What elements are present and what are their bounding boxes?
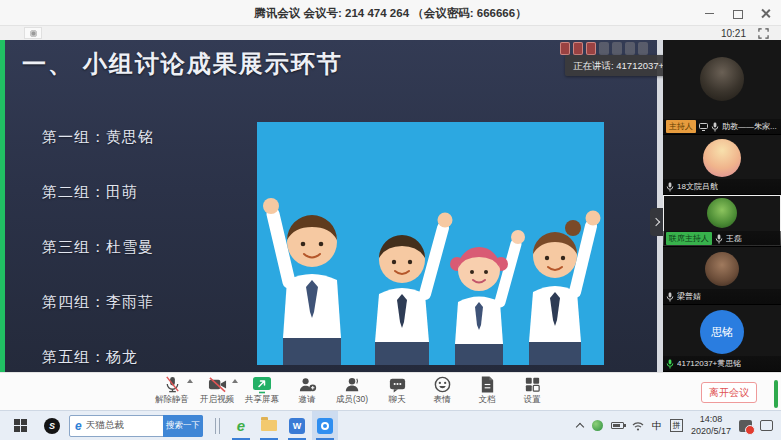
invite-icon [298, 375, 317, 394]
group-item: 第一组：黄思铭 [42, 128, 154, 147]
notification-icon[interactable] [739, 420, 752, 432]
participant-tile[interactable]: 联席主持人 王磊 [663, 195, 781, 247]
settings-gear-icon[interactable] [24, 27, 42, 39]
participant-tile[interactable]: 主持人 助教——朱家... [663, 40, 781, 135]
participant-name: 王磊 [726, 233, 742, 244]
meeting-toolbar: 解除静音 开启视频 共享屏幕 邀请 [0, 372, 781, 410]
participant-tile[interactable]: 思铭 41712037+黄思铭 [663, 305, 781, 372]
app-tencent-meeting[interactable] [312, 411, 338, 440]
green-scrollbar[interactable] [774, 380, 778, 408]
chat-button[interactable]: 聊天 [375, 375, 419, 409]
mic-mini-icon [666, 292, 674, 302]
meeting-title: 腾讯会议 会议号: 214 474 264 （会议密码: 666666） [0, 0, 781, 26]
tencent-meeting-window: 腾讯会议 会议号: 214 474 264 （会议密码: 666666） 10:… [0, 0, 781, 440]
battery-icon[interactable] [611, 422, 624, 429]
windows-start-icon[interactable] [14, 419, 27, 432]
participant-name: 18文院吕航 [677, 181, 718, 192]
antivirus-tray-icon[interactable] [592, 420, 603, 431]
kid-3 [450, 230, 525, 365]
browser-e-icon: e [237, 417, 245, 434]
app-ie-browser[interactable]: e [228, 411, 254, 440]
share-screen-button[interactable]: 共享屏幕 [240, 375, 284, 409]
avatar [705, 252, 739, 286]
window-controls [704, 0, 771, 26]
participants-sidebar: 主持人 助教——朱家... 18文院吕航 [663, 40, 781, 372]
avatar [707, 198, 737, 228]
main-area: 一、 小组讨论成果展示环节 第一组：黄思铭 第二组：田萌 第三组：杜雪曼 第四组… [0, 40, 781, 372]
mic-mini-icon [711, 122, 719, 132]
ime-mode-icon[interactable]: 拼 [670, 419, 683, 432]
avatar: 思铭 [700, 310, 744, 354]
mic-mini-icon [715, 234, 723, 244]
leave-meeting-button[interactable]: 离开会议 [701, 382, 757, 403]
taskbar-separator [215, 418, 220, 434]
app-wps[interactable]: W [284, 411, 310, 440]
participant-tile[interactable]: 梁普婧 [663, 247, 781, 305]
participant-label: 梁普婧 [663, 289, 781, 304]
participant-label: 联席主持人 王磊 [663, 231, 781, 246]
emoji-button[interactable]: 表情 [420, 375, 464, 409]
group-item: 第二组：田萌 [42, 183, 154, 202]
sidebar-collapse-handle[interactable] [650, 208, 663, 236]
document-icon [479, 375, 496, 394]
emoji-icon [433, 375, 452, 394]
clock-date[interactable]: 14:08 2020/5/17 [691, 414, 731, 437]
participant-label: 41712037+黄思铭 [663, 356, 781, 371]
titlebar: 腾讯会议 会议号: 214 474 264 （会议密码: 666666） [0, 0, 781, 26]
kid-1 [263, 198, 341, 365]
host-badge: 主持人 [666, 120, 696, 133]
participant-name: 41712037+黄思铭 [677, 358, 741, 369]
hidden-icons-chevron[interactable] [576, 422, 584, 430]
screen-share-mini-icon [699, 123, 708, 131]
avatar [703, 139, 741, 177]
system-tray: 中 拼 14:08 2020/5/17 [576, 414, 773, 437]
search-query-text: 天猫总裁 [86, 419, 124, 432]
avatar-initials: 思铭 [711, 325, 733, 340]
meeting-app-icon [317, 418, 333, 434]
settings-button[interactable]: 设置 [510, 375, 554, 409]
group-item: 第五组：杨龙 [42, 348, 154, 367]
meeting-clock: 10:21 [721, 28, 746, 39]
video-options-arrow[interactable] [232, 379, 238, 383]
app-file-explorer[interactable] [256, 411, 282, 440]
mic-options-arrow[interactable] [187, 379, 193, 383]
unmute-button[interactable]: 解除静音 [150, 375, 194, 409]
ie-mini-icon: e [75, 419, 82, 433]
wifi-icon[interactable] [632, 421, 644, 431]
participant-name: 助教——朱家... [722, 121, 777, 132]
ime-language-indicator[interactable]: 中 [652, 419, 662, 433]
slide-title: 一、 小组讨论成果展示环节 [22, 48, 343, 80]
members-icon [343, 375, 362, 394]
group-item: 第三组：杜雪曼 [42, 238, 154, 257]
shared-screen-slide: 一、 小组讨论成果展示环节 第一组：黄思铭 第二组：田萌 第三组：杜雪曼 第四组… [0, 40, 657, 372]
fullscreen-icon[interactable] [758, 28, 769, 39]
kid-4 [529, 211, 601, 366]
chat-icon [388, 375, 407, 394]
start-video-button[interactable]: 开启视频 [195, 375, 239, 409]
browser-s-icon[interactable]: S [44, 418, 60, 434]
group-item: 第四组：李雨菲 [42, 293, 154, 312]
action-center-icon[interactable] [760, 420, 773, 431]
green-edge-strip [0, 40, 5, 372]
maximize-icon[interactable] [732, 8, 743, 19]
mic-mini-icon [666, 182, 674, 192]
kids-raising-hands-image [257, 122, 604, 365]
docs-button[interactable]: 文档 [465, 375, 509, 409]
tray-date: 2020/5/17 [691, 426, 731, 437]
participant-tile[interactable]: 18文院吕航 [663, 135, 781, 195]
participant-name: 梁普婧 [677, 291, 701, 302]
taskbar-search-box[interactable]: e 天猫总裁 搜索一下 [69, 415, 203, 437]
mic-muted-icon [163, 375, 182, 394]
taskbar-apps: e W [228, 411, 338, 440]
participant-label: 主持人 助教——朱家... [663, 119, 781, 134]
search-go-button[interactable]: 搜索一下 [163, 415, 203, 437]
kid-2 [375, 213, 453, 366]
members-button[interactable]: 成员(30) [330, 375, 374, 409]
folder-icon [261, 420, 277, 431]
close-icon[interactable] [760, 8, 771, 19]
minimize-icon[interactable] [704, 8, 715, 19]
invite-button[interactable]: 邀请 [285, 375, 329, 409]
participant-label: 18文院吕航 [663, 179, 781, 194]
group-list: 第一组：黄思铭 第二组：田萌 第三组：杜雪曼 第四组：李雨菲 第五组：杨龙 [42, 128, 154, 372]
slide-stamp-decoration [560, 42, 648, 55]
